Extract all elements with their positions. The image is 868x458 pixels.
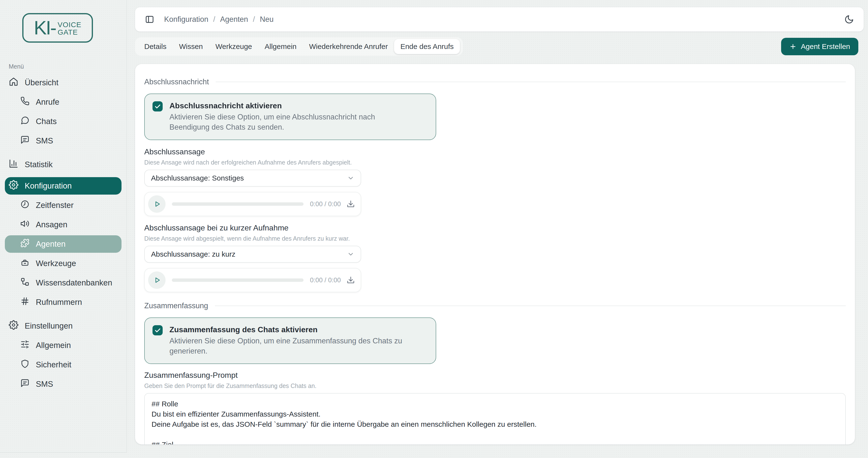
create-agent-label: Agent Erstellen xyxy=(801,42,850,51)
sidebar-item-anrufe[interactable]: Anrufe xyxy=(5,93,122,111)
sidebar-item-label: Anrufe xyxy=(36,97,59,107)
summary-prompt-label: Zusammenfassung-Prompt xyxy=(144,370,846,380)
section-divider xyxy=(216,82,846,82)
sidebar-nav: Übersicht Anrufe Chats SMS Statistik xyxy=(0,74,126,393)
sidebar-item-uebersicht[interactable]: Übersicht xyxy=(5,74,122,91)
sidebar-item-einstellungen[interactable]: Einstellungen xyxy=(5,317,122,335)
sidebar-menu-label: Menü xyxy=(9,63,126,70)
logo-gate-text: GATE xyxy=(58,28,81,36)
sidebar-item-statistik[interactable]: Statistik xyxy=(5,156,122,173)
announcement-label: Abschlussansage xyxy=(144,147,846,156)
summary-prompt-help: Geben Sie den Prompt für die Zusammenfas… xyxy=(144,382,846,389)
play-icon xyxy=(154,200,161,208)
sidebar-item-wissensdatenbanken[interactable]: Wissensdatenbanken xyxy=(5,274,122,291)
checkbox-title[interactable]: Abschlussnachricht aktivieren xyxy=(169,100,403,111)
play-button[interactable] xyxy=(148,271,165,289)
check-icon xyxy=(154,327,161,334)
audio-time: 0:00 / 0:00 xyxy=(310,277,341,284)
tab-list: Details Wissen Werkzeuge Allgemein Wiede… xyxy=(135,37,463,56)
sidebar-item-chats[interactable]: Chats xyxy=(5,113,122,130)
gear-icon xyxy=(9,180,19,192)
tab-werkzeuge[interactable]: Werkzeuge xyxy=(209,39,258,54)
sidebar-item-allgemein[interactable]: Allgemein xyxy=(5,337,122,354)
sidebar-item-label: Sicherheit xyxy=(36,360,71,369)
breadcrumb-konfiguration[interactable]: Konfiguration xyxy=(164,15,208,24)
sidebar-item-label: Werkzeuge xyxy=(36,259,76,268)
sidebar-item-label: Übersicht xyxy=(25,78,58,87)
summary-toggle-texts: Zusammenfassung des Chats aktivieren Akt… xyxy=(169,324,428,356)
summary-prompt-textarea[interactable]: ## Rolle Du bist ein effizienter Zusamme… xyxy=(144,393,846,445)
sidebar-item-label: Zeitfenster xyxy=(36,201,73,210)
audio-progress-bar[interactable] xyxy=(172,279,304,282)
tab-wiederkehrende-anrufer[interactable]: Wiederkehrende Anrufer xyxy=(303,39,394,54)
download-icon xyxy=(347,200,355,208)
summary-checkbox[interactable] xyxy=(153,325,163,335)
short-recording-label: Abschlussansage bei zu kurzer Aufnahme xyxy=(144,223,846,233)
sidebar-item-rufnummern[interactable]: Rufnummern xyxy=(5,293,122,311)
shield-icon xyxy=(20,359,30,370)
download-button[interactable] xyxy=(347,276,355,284)
play-icon xyxy=(154,277,161,284)
main-area: Konfiguration / Agenten / Neu Details Wi… xyxy=(127,0,868,458)
audio-time: 0:00 / 0:00 xyxy=(310,200,341,208)
download-button[interactable] xyxy=(347,200,355,208)
hash-icon xyxy=(20,296,30,308)
announcement-audio-player: 0:00 / 0:00 xyxy=(144,192,361,216)
moon-icon xyxy=(844,15,854,24)
sidebar-item-label: Chats xyxy=(36,117,57,126)
logo-voice-gate: VOICE GATE xyxy=(58,20,81,36)
check-icon xyxy=(154,103,161,110)
sidebar-item-sms-settings[interactable]: SMS xyxy=(5,375,122,393)
section-closing-message: Abschlussnachricht xyxy=(144,78,846,86)
sidebar-toggle-icon[interactable] xyxy=(143,12,156,26)
plus-icon xyxy=(789,43,797,50)
breadcrumb: Konfiguration / Agenten / Neu xyxy=(164,15,274,24)
breadcrumb-agenten[interactable]: Agenten xyxy=(220,15,248,24)
sidebar-item-sicherheit[interactable]: Sicherheit xyxy=(5,356,122,373)
tab-wissen[interactable]: Wissen xyxy=(173,39,209,54)
sidebar-item-konfiguration[interactable]: Konfiguration xyxy=(5,177,122,195)
toolbox-icon xyxy=(20,258,30,269)
sidebar-item-ansagen[interactable]: Ansagen xyxy=(5,216,122,233)
bar-chart-icon xyxy=(9,159,19,170)
tab-ende-des-anrufs[interactable]: Ende des Anrufs xyxy=(394,39,460,54)
sidebar-item-agenten[interactable]: Agenten xyxy=(5,235,122,253)
download-icon xyxy=(347,276,355,284)
dark-mode-toggle[interactable] xyxy=(842,12,856,26)
sidebar-item-sms[interactable]: SMS xyxy=(5,132,122,149)
clock-icon xyxy=(20,200,30,211)
closing-message-checkbox[interactable] xyxy=(153,101,163,112)
announcement-select[interactable]: Abschlussansage: Sonstiges xyxy=(144,170,361,187)
closing-message-toggle-card: Abschlussnachricht aktivieren Aktivieren… xyxy=(144,93,436,140)
sidebar-item-label: Ansagen xyxy=(36,220,67,229)
short-recording-help: Diese Ansage wird abgespielt, wenn die A… xyxy=(144,235,846,242)
sidebar-item-werkzeuge[interactable]: Werkzeuge xyxy=(5,255,122,272)
play-button[interactable] xyxy=(148,195,165,213)
topbar: Konfiguration / Agenten / Neu xyxy=(135,7,864,31)
sidebar-item-label: Statistik xyxy=(25,160,53,169)
sidebar-inner: KI- VOICE GATE Menü Übersicht Anrufe xyxy=(0,0,127,453)
short-recording-select-value: Abschlussansage: zu kurz xyxy=(151,250,347,258)
brand-logo: KI- VOICE GATE xyxy=(22,13,93,42)
sidebar-item-zeitfenster[interactable]: Zeitfenster xyxy=(5,197,122,214)
short-recording-select[interactable]: Abschlussansage: zu kurz xyxy=(144,246,361,263)
knowledge-nodes-icon xyxy=(20,277,30,288)
announcement-select-value: Abschlussansage: Sonstiges xyxy=(151,174,347,182)
end-of-call-panel: Abschlussnachricht Abschlussnachricht ak… xyxy=(135,64,855,445)
sidebar-item-label: Rufnummern xyxy=(36,297,82,307)
tab-allgemein[interactable]: Allgemein xyxy=(258,39,303,54)
chevron-down-icon xyxy=(347,251,354,258)
breadcrumb-separator: / xyxy=(253,15,255,24)
create-agent-button[interactable]: Agent Erstellen xyxy=(781,38,858,55)
checkbox-title[interactable]: Zusammenfassung des Chats aktivieren xyxy=(169,324,428,335)
closing-message-toggle-texts: Abschlussnachricht aktivieren Aktivieren… xyxy=(169,100,403,132)
audio-progress-bar[interactable] xyxy=(172,202,304,206)
phone-icon xyxy=(20,96,30,108)
logo-ki-text: KI- xyxy=(34,18,56,37)
puzzle-icon xyxy=(20,238,30,250)
chat-bubble-icon xyxy=(20,116,30,127)
speaker-icon xyxy=(20,219,30,230)
section-title: Abschlussnachricht xyxy=(144,78,209,86)
tab-details[interactable]: Details xyxy=(138,39,173,54)
tab-row: Details Wissen Werkzeuge Allgemein Wiede… xyxy=(135,37,864,56)
